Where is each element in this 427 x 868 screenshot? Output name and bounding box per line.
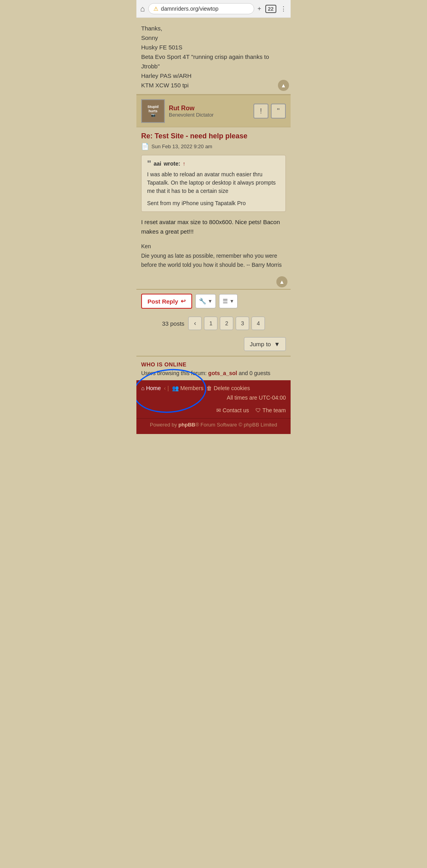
footer-members-link[interactable]: 👥 Members — [172, 385, 203, 391]
post-reply-button[interactable]: Post Reply ↩ — [141, 294, 192, 309]
post-signature: Ken Die young as late as possible, remem… — [141, 242, 286, 269]
post-header: Stupid hurts📷 Rut Row Benevolent Dictato… — [136, 95, 291, 127]
sig-bike1: Husky FE 501S — [141, 43, 275, 52]
page-2-button[interactable]: 2 — [220, 317, 233, 330]
sig-bike2: Beta Evo Sport 4T "running crisp again t… — [141, 52, 275, 71]
quote-sent-from: Sent from my iPhone using Tapatalk Pro — [147, 199, 280, 208]
footer-team-label: The team — [263, 407, 286, 413]
quote-button[interactable]: " — [271, 104, 286, 119]
who-online-after: and 0 guests — [237, 370, 270, 376]
browser-actions: + 22 ⋮ — [257, 5, 287, 13]
sig-bike4: KTM XCW 150 tpi — [141, 81, 275, 90]
post-container: Stupid hurts📷 Rut Row Benevolent Dictato… — [136, 95, 291, 289]
who-online-title: WHO IS ONLINE — [141, 361, 286, 368]
page-4-button[interactable]: 4 — [251, 317, 265, 330]
post-body: Re: Test Site - need help please 📄 Sun F… — [136, 127, 291, 274]
quote-wrote-label: wrote: — [164, 160, 180, 167]
alert-icon: ! — [260, 107, 262, 115]
post-action-buttons: ! " — [253, 104, 286, 119]
sig-thanks: Thanks, — [141, 24, 275, 33]
author-info: Stupid hurts📷 Rut Row Benevolent Dictato… — [141, 99, 214, 123]
more-menu-button[interactable]: ⋮ — [280, 5, 287, 13]
members-icon: 👥 — [172, 385, 179, 391]
page-wrapper: Thanks, Sonny Husky FE 501S Beta Evo Spo… — [136, 18, 291, 434]
url-text: damnriders.org/viewtop — [161, 6, 219, 12]
post-date-text: Sun Feb 13, 2022 9:20 am — [151, 143, 212, 149]
post-reply-label: Post Reply — [147, 298, 178, 305]
footer-members-label: Members — [180, 385, 203, 391]
quote-icon: " — [277, 107, 280, 115]
jump-to-button[interactable]: Jump to ▼ — [244, 337, 286, 351]
url-bar[interactable]: ⚠ damnriders.org/viewtop — [148, 3, 254, 14]
sig-quote-text: Die young as late as possible, remember … — [141, 251, 286, 269]
post-date: 📄 Sun Feb 13, 2022 9:20 am — [141, 143, 286, 150]
quote-mark-icon: " — [147, 159, 151, 168]
author-title: Benevolent Dictator — [169, 112, 214, 118]
sig-bike3: Harley PAS w/ARH — [141, 71, 275, 81]
browser-chrome: ⌂ ⚠ damnriders.org/viewtop + 22 ⋮ — [136, 0, 291, 18]
quote-arrow-icon[interactable]: ↑ — [183, 160, 185, 167]
scroll-to-top-button[interactable]: ▲ — [278, 80, 289, 91]
author-details: Rut Row Benevolent Dictator — [169, 105, 214, 118]
calendar-icon: 📄 — [141, 143, 149, 150]
quote-body-text: I was able to reload an avatar much easi… — [147, 170, 280, 195]
post-content: I reset avatar max size to 800x600. Nice… — [141, 217, 286, 236]
footer-contact-label: Contact us — [223, 407, 249, 413]
footer-home-label: Home — [146, 385, 161, 391]
sig-name: Sonny — [141, 33, 275, 43]
footer-wrapper: ⌂ Home ‹ | 👥 Members 🗑 Delete cookies Al… — [136, 380, 291, 434]
contact-icon: ✉ — [216, 407, 221, 413]
footer-home-link[interactable]: ⌂ Home — [141, 385, 161, 391]
quote-block: " aai wrote: ↑ I was able to reload an a… — [141, 155, 286, 212]
quoted-author: aai — [153, 160, 161, 167]
page-1-button[interactable]: 1 — [204, 317, 217, 330]
footer-delete-cookies-link[interactable]: 🗑 Delete cookies — [206, 385, 250, 391]
jump-to-row: Jump to ▼ — [136, 334, 291, 356]
browser-home-icon[interactable]: ⌂ — [140, 4, 145, 13]
jump-to-chevron-icon: ▼ — [274, 341, 280, 347]
tab-count[interactable]: 22 — [265, 5, 276, 13]
page-3-button[interactable]: 3 — [236, 317, 249, 330]
footer-powered-by: Powered by phpBB® Forum Software © phpBB… — [136, 418, 291, 434]
avatar: Stupid hurts📷 — [141, 99, 165, 123]
footer-separator: ‹ | — [164, 385, 169, 391]
sort-button[interactable]: ☰ ▼ — [219, 294, 238, 308]
powered-suffix: ® Forum Software © phpBB Limited — [195, 422, 277, 428]
author-name: Rut Row — [169, 105, 214, 112]
who-online-before: Users browsing this forum: — [141, 370, 208, 376]
reply-icon: ↩ — [181, 298, 186, 305]
delete-icon: 🗑 — [206, 385, 212, 391]
tools-chevron-icon: ▼ — [208, 298, 213, 304]
who-online-section: WHO IS ONLINE Users browsing this forum:… — [136, 356, 291, 380]
phpbb-link[interactable]: phpBB — [178, 422, 195, 428]
footer-team-link[interactable]: 🛡 The team — [255, 407, 286, 413]
security-warning-icon: ⚠ — [153, 6, 159, 12]
footer-nav-row2: ✉ Contact us 🛡 The team — [136, 406, 291, 418]
prev-page-button[interactable]: ‹ — [188, 317, 202, 330]
pagination-row: 33 posts ‹ 1 2 3 4 — [136, 313, 291, 334]
posts-count: 33 posts — [162, 320, 185, 327]
post-scroll-top-button[interactable]: ▲ — [276, 276, 287, 287]
footer-timezone: All times are UTC-04:00 — [227, 394, 286, 401]
post-title: Re: Test Site - need help please — [141, 132, 286, 140]
quote-header: " aai wrote: ↑ — [147, 159, 280, 168]
footer-contact-link[interactable]: ✉ Contact us — [216, 407, 249, 413]
team-icon: 🛡 — [255, 407, 261, 413]
sort-icon: ☰ — [223, 298, 228, 305]
wrench-icon: 🔧 — [199, 298, 206, 305]
footer-delete-label: Delete cookies — [214, 385, 250, 391]
prev-post-signature: Thanks, Sonny Husky FE 501S Beta Evo Spo… — [136, 18, 291, 95]
who-online-user-link[interactable]: gots_a_sol — [208, 370, 237, 376]
sig-author: Ken — [141, 242, 286, 251]
home-icon: ⌂ — [141, 385, 144, 391]
jump-to-label: Jump to — [250, 341, 271, 347]
powered-by-text: Powered by — [150, 422, 178, 428]
footer-nav-row1: ⌂ Home ‹ | 👥 Members 🗑 Delete cookies Al… — [136, 380, 291, 406]
tools-button[interactable]: 🔧 ▼ — [195, 294, 216, 308]
bottom-toolbar: Post Reply ↩ 🔧 ▼ ☰ ▼ — [136, 289, 291, 313]
sort-chevron-icon: ▼ — [229, 298, 234, 304]
add-tab-button[interactable]: + — [257, 5, 261, 12]
post-scroll-up-row: ▲ — [136, 274, 291, 289]
who-online-text: Users browsing this forum: gots_a_sol an… — [141, 370, 286, 376]
alert-button[interactable]: ! — [253, 104, 268, 119]
